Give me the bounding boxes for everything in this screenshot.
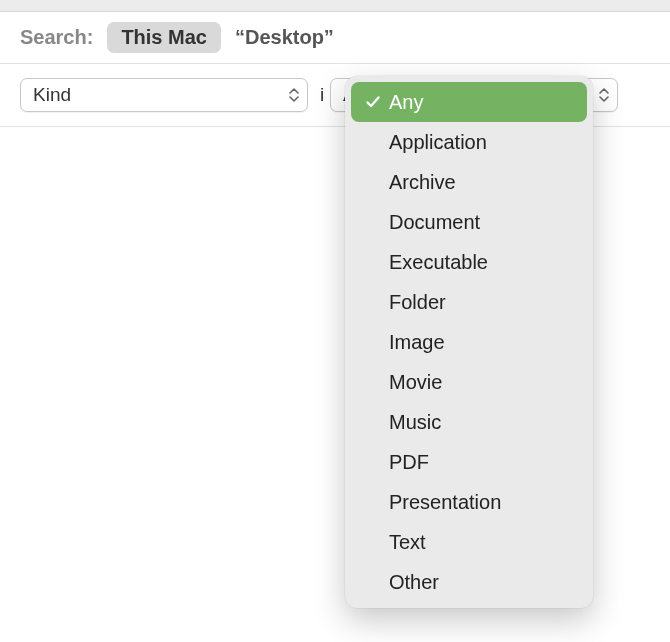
dropdown-item-folder[interactable]: Folder (351, 282, 587, 322)
dropdown-item-label: Text (389, 531, 426, 554)
dropdown-item-label: Presentation (389, 491, 501, 514)
dropdown-item-application[interactable]: Application (351, 122, 587, 162)
dropdown-item-label: Executable (389, 251, 488, 274)
stepper-icon (289, 87, 299, 103)
scope-this-mac[interactable]: This Mac (107, 22, 221, 53)
criteria-attribute-select[interactable]: Kind (20, 78, 308, 112)
criteria-attribute-value: Kind (33, 84, 71, 106)
kind-dropdown-menu: AnyApplicationArchiveDocumentExecutableF… (345, 76, 593, 608)
dropdown-item-music[interactable]: Music (351, 402, 587, 442)
dropdown-item-label: Archive (389, 171, 456, 194)
dropdown-item-label: Any (389, 91, 423, 114)
search-label: Search: (20, 26, 93, 49)
dropdown-item-label: Movie (389, 371, 442, 394)
dropdown-item-label: PDF (389, 451, 429, 474)
dropdown-item-label: Folder (389, 291, 446, 314)
search-scope-bar: Search: This Mac “Desktop” (0, 12, 670, 63)
dropdown-item-executable[interactable]: Executable (351, 242, 587, 282)
dropdown-item-label: Image (389, 331, 445, 354)
scope-desktop[interactable]: “Desktop” (235, 26, 334, 49)
dropdown-item-document[interactable]: Document (351, 202, 587, 242)
dropdown-item-other[interactable]: Other (351, 562, 587, 602)
dropdown-item-pdf[interactable]: PDF (351, 442, 587, 482)
criteria-operator-text: i (320, 84, 324, 106)
dropdown-item-label: Document (389, 211, 480, 234)
dropdown-item-presentation[interactable]: Presentation (351, 482, 587, 522)
window-header-strip (0, 0, 670, 12)
checkmark-icon (365, 94, 389, 110)
dropdown-item-label: Music (389, 411, 441, 434)
stepper-icon (599, 87, 609, 103)
dropdown-item-archive[interactable]: Archive (351, 162, 587, 202)
dropdown-item-any[interactable]: Any (351, 82, 587, 122)
dropdown-item-label: Application (389, 131, 487, 154)
dropdown-item-movie[interactable]: Movie (351, 362, 587, 402)
dropdown-item-label: Other (389, 571, 439, 594)
dropdown-item-image[interactable]: Image (351, 322, 587, 362)
dropdown-item-text[interactable]: Text (351, 522, 587, 562)
